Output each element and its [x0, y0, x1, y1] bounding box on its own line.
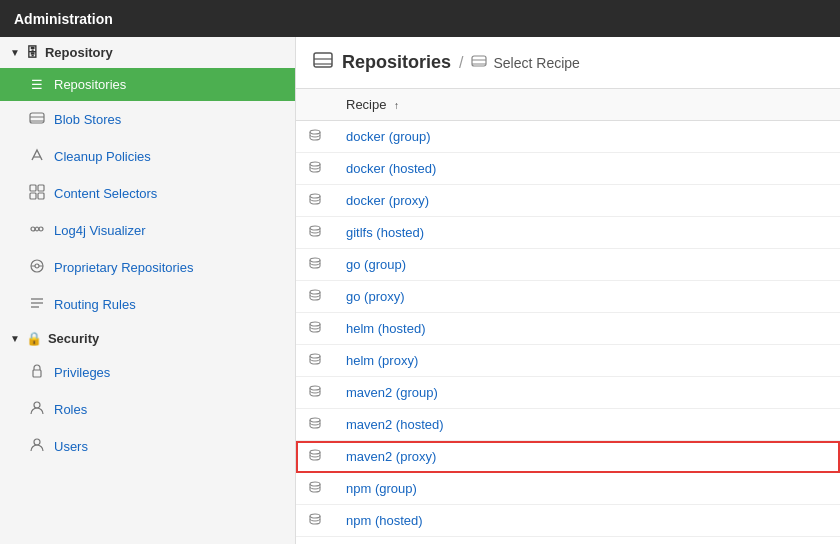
table-row[interactable]: npm (group) [296, 473, 840, 505]
table-row[interactable]: maven2 (hosted) [296, 409, 840, 441]
sidebar-item-log4j-visualizer[interactable]: Log4j Visualizer [0, 212, 295, 249]
svg-point-9 [39, 227, 43, 231]
row-recipe-label[interactable]: helm (proxy) [334, 345, 840, 377]
row-recipe-label[interactable]: docker (proxy) [334, 185, 840, 217]
sidebar-section-repository[interactable]: ▼ 🗄 Repository [0, 37, 295, 68]
repository-arrow-icon: ▼ [10, 47, 20, 58]
recipe-table: Recipe ↑ docker (group) docker (hosted) … [296, 89, 840, 544]
sidebar-item-label-routing-rules: Routing Rules [54, 297, 136, 312]
sidebar-item-label-proprietary: Proprietary Repositories [54, 260, 193, 275]
table-header-recipe[interactable]: Recipe ↑ [334, 89, 840, 121]
row-db-icon [296, 217, 334, 249]
sidebar-item-label-roles: Roles [54, 402, 87, 417]
sidebar-item-label-content-selectors: Content Selectors [54, 186, 157, 201]
content-area: Repositories / Select Recipe [296, 37, 840, 544]
sidebar-item-roles[interactable]: Roles [0, 391, 295, 428]
table-row[interactable]: gitlfs (hosted) [296, 217, 840, 249]
table-row[interactable]: go (group) [296, 249, 840, 281]
row-recipe-label[interactable]: helm (hosted) [334, 313, 840, 345]
main-layout: ▼ 🗄 Repository ☰ Repositories Blob Store… [0, 37, 840, 544]
row-recipe-label[interactable]: go (proxy) [334, 281, 840, 313]
row-recipe-label[interactable]: docker (hosted) [334, 153, 840, 185]
sidebar-item-label-cleanup-policies: Cleanup Policies [54, 149, 151, 164]
table-row[interactable]: npm (hosted) [296, 505, 840, 537]
row-recipe-label[interactable]: docker (group) [334, 121, 840, 153]
app-header: Administration [0, 0, 840, 37]
content-title: Repositories [342, 52, 451, 73]
routing-rules-icon [28, 295, 46, 314]
row-recipe-label[interactable]: npm (hosted) [334, 505, 840, 537]
cleanup-policies-icon [28, 147, 46, 166]
recipe-column-label: Recipe [346, 97, 386, 112]
table-row[interactable]: docker (proxy) [296, 185, 840, 217]
table-row[interactable]: npm (proxy) [296, 537, 840, 545]
sidebar-item-privileges[interactable]: Privileges [0, 354, 295, 391]
svg-point-38 [310, 514, 320, 518]
svg-rect-4 [30, 185, 36, 191]
row-recipe-label[interactable]: maven2 (proxy) [334, 441, 840, 473]
svg-point-33 [310, 354, 320, 358]
row-db-icon [296, 153, 334, 185]
svg-rect-7 [38, 193, 44, 199]
row-db-icon [296, 185, 334, 217]
svg-point-35 [310, 418, 320, 422]
table-row[interactable]: docker (hosted) [296, 153, 840, 185]
sidebar-item-label-repositories: Repositories [54, 77, 126, 92]
row-recipe-label[interactable]: npm (group) [334, 473, 840, 505]
row-db-icon [296, 537, 334, 545]
svg-point-36 [310, 450, 320, 454]
row-db-icon [296, 505, 334, 537]
content-separator: / [459, 54, 463, 72]
row-recipe-label[interactable]: go (group) [334, 249, 840, 281]
sidebar-item-routing-rules[interactable]: Routing Rules [0, 286, 295, 323]
row-recipe-label[interactable]: npm (proxy) [334, 537, 840, 545]
table-row[interactable]: go (proxy) [296, 281, 840, 313]
sidebar-item-proprietary-repositories[interactable]: Proprietary Repositories [0, 249, 295, 286]
security-section-icon: 🔒 [26, 331, 42, 346]
table-row[interactable]: maven2 (proxy) [296, 441, 840, 473]
privileges-icon [28, 363, 46, 382]
blob-stores-icon [28, 110, 46, 129]
sidebar-item-repositories[interactable]: ☰ Repositories [0, 68, 295, 101]
table-row[interactable]: docker (group) [296, 121, 840, 153]
content-header-icon [312, 49, 334, 76]
row-db-icon [296, 313, 334, 345]
svg-point-18 [34, 402, 40, 408]
row-db-icon [296, 249, 334, 281]
roles-icon [28, 400, 46, 419]
row-recipe-label[interactable]: maven2 (hosted) [334, 409, 840, 441]
row-recipe-label[interactable]: gitlfs (hosted) [334, 217, 840, 249]
svg-point-34 [310, 386, 320, 390]
row-db-icon [296, 377, 334, 409]
content-selectors-icon [28, 184, 46, 203]
sidebar-item-label-users: Users [54, 439, 88, 454]
recipe-table-container: Recipe ↑ docker (group) docker (hosted) … [296, 89, 840, 544]
row-db-icon [296, 409, 334, 441]
sidebar-item-content-selectors[interactable]: Content Selectors [0, 175, 295, 212]
sidebar-item-blob-stores[interactable]: Blob Stores [0, 101, 295, 138]
svg-rect-5 [38, 185, 44, 191]
header-title: Administration [14, 11, 113, 27]
svg-point-26 [310, 130, 320, 134]
security-section-label: Security [48, 331, 99, 346]
table-row[interactable]: maven2 (group) [296, 377, 840, 409]
content-sub-header: Select Recipe [471, 53, 579, 73]
row-db-icon [296, 121, 334, 153]
content-sub-title: Select Recipe [493, 55, 579, 71]
proprietary-icon [28, 258, 46, 277]
security-arrow-icon: ▼ [10, 333, 20, 344]
sidebar-item-cleanup-policies[interactable]: Cleanup Policies [0, 138, 295, 175]
svg-point-27 [310, 162, 320, 166]
svg-point-11 [35, 264, 39, 268]
log4j-icon [28, 221, 46, 240]
repository-section-icon: 🗄 [26, 45, 39, 60]
sidebar-section-security[interactable]: ▼ 🔒 Security [0, 323, 295, 354]
row-db-icon [296, 473, 334, 505]
table-row[interactable]: helm (proxy) [296, 345, 840, 377]
row-recipe-label[interactable]: maven2 (group) [334, 377, 840, 409]
sidebar-item-users[interactable]: Users [0, 428, 295, 465]
table-row[interactable]: helm (hosted) [296, 313, 840, 345]
table-header-icon-col [296, 89, 334, 121]
svg-point-28 [310, 194, 320, 198]
svg-point-8 [31, 227, 35, 231]
